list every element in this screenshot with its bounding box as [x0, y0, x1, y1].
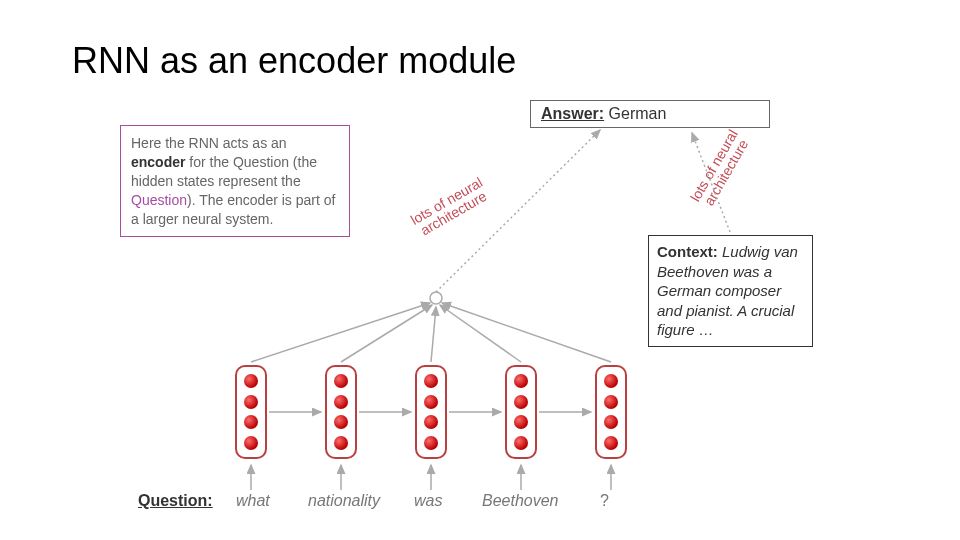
- desc-text-1: Here the RNN acts as an: [131, 135, 287, 151]
- arrow-up-2: [341, 305, 432, 362]
- context-label: Context:: [657, 243, 718, 260]
- hidden-unit: [244, 374, 258, 388]
- hidden-unit: [514, 374, 528, 388]
- hidden-unit: [424, 436, 438, 450]
- arrow-up-1: [251, 303, 430, 362]
- token-what: what: [236, 492, 270, 510]
- hidden-unit: [244, 395, 258, 409]
- hidden-unit: [604, 395, 618, 409]
- hidden-unit: [514, 436, 528, 450]
- hidden-unit: [604, 374, 618, 388]
- hidden-unit: [334, 415, 348, 429]
- desc-purple-question: Question: [131, 192, 187, 208]
- question-label: Question:: [138, 492, 213, 510]
- token-nationality: nationality: [308, 492, 380, 510]
- page-title: RNN as an encoder module: [72, 40, 516, 82]
- token-beethoven: Beethoven: [482, 492, 559, 510]
- hidden-unit: [334, 374, 348, 388]
- neural-architecture-label-left: lots of neuralarchitecture: [391, 165, 509, 249]
- hidden-unit: [244, 415, 258, 429]
- rnn-cell-4: [505, 365, 537, 459]
- rnn-cell-1: [235, 365, 267, 459]
- arrow-up-3: [431, 307, 436, 362]
- hidden-unit: [244, 436, 258, 450]
- token-was: was: [414, 492, 442, 510]
- arrow-up-4: [440, 305, 521, 362]
- token-qmark: ?: [600, 492, 609, 510]
- hidden-unit: [424, 415, 438, 429]
- hidden-unit: [424, 395, 438, 409]
- hidden-unit: [334, 436, 348, 450]
- hidden-unit: [424, 374, 438, 388]
- rnn-cell-5: [595, 365, 627, 459]
- answer-label: Answer:: [541, 105, 604, 122]
- hidden-unit: [604, 415, 618, 429]
- hidden-unit: [334, 395, 348, 409]
- hidden-unit: [514, 415, 528, 429]
- description-box: Here the RNN acts as an encoder for the …: [120, 125, 350, 237]
- rnn-cell-2: [325, 365, 357, 459]
- arrow-up-5: [442, 303, 611, 362]
- desc-bold-encoder: encoder: [131, 154, 185, 170]
- rnn-cell-3: [415, 365, 447, 459]
- hidden-unit: [604, 436, 618, 450]
- answer-text: German: [609, 105, 667, 122]
- context-box: Context: Ludwig van Beethoven was a Germ…: [648, 235, 813, 347]
- gather-node: [430, 292, 442, 304]
- hidden-unit: [514, 395, 528, 409]
